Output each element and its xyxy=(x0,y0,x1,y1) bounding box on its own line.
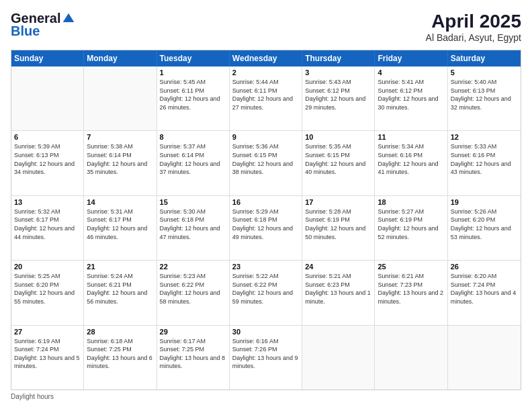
calendar-day-5: 5Sunrise: 5:40 AMSunset: 6:13 PMDaylight… xyxy=(448,66,521,130)
calendar-week-5: 27Sunrise: 6:19 AMSunset: 7:24 PMDayligh… xyxy=(11,325,521,390)
day-number: 26 xyxy=(451,263,518,271)
calendar-header-friday: Friday xyxy=(375,50,447,66)
cell-info: Sunrise: 5:35 AMSunset: 6:15 PMDaylight:… xyxy=(305,142,371,176)
title-block: April 2025 Al Badari, Asyut, Egypt xyxy=(426,11,521,43)
cell-info: Sunrise: 6:20 AMSunset: 7:24 PMDaylight:… xyxy=(451,272,518,306)
day-number: 24 xyxy=(305,263,371,271)
calendar-day-empty xyxy=(375,326,447,390)
day-number: 8 xyxy=(160,133,226,141)
cell-info: Sunrise: 5:43 AMSunset: 6:12 PMDaylight:… xyxy=(305,78,371,111)
calendar-day-13: 13Sunrise: 5:32 AMSunset: 6:17 PMDayligh… xyxy=(11,196,84,260)
day-number: 5 xyxy=(451,68,518,77)
calendar-day-27: 27Sunrise: 6:19 AMSunset: 7:24 PMDayligh… xyxy=(11,326,84,390)
calendar-week-3: 13Sunrise: 5:32 AMSunset: 6:17 PMDayligh… xyxy=(11,195,521,260)
calendar-day-empty xyxy=(11,66,84,130)
cell-info: Sunrise: 5:26 AMSunset: 6:20 PMDaylight:… xyxy=(451,208,518,241)
cell-info: Sunrise: 5:29 AMSunset: 6:18 PMDaylight:… xyxy=(232,208,299,241)
calendar-day-15: 15Sunrise: 5:30 AMSunset: 6:18 PMDayligh… xyxy=(157,196,230,260)
day-number: 22 xyxy=(160,263,226,271)
logo-icon xyxy=(62,12,75,26)
footer-note: Daylight hours xyxy=(11,393,521,400)
day-number: 21 xyxy=(87,263,153,271)
calendar-day-18: 18Sunrise: 5:27 AMSunset: 6:19 PMDayligh… xyxy=(375,196,447,260)
day-number: 10 xyxy=(305,133,371,141)
cell-info: Sunrise: 5:31 AMSunset: 6:17 PMDaylight:… xyxy=(87,208,153,241)
calendar-day-25: 25Sunrise: 6:21 AMSunset: 7:23 PMDayligh… xyxy=(375,261,447,324)
day-number: 2 xyxy=(232,68,299,77)
calendar-day-2: 2Sunrise: 5:44 AMSunset: 6:11 PMDaylight… xyxy=(230,66,302,130)
calendar-day-21: 21Sunrise: 5:24 AMSunset: 6:21 PMDayligh… xyxy=(84,261,157,324)
calendar-header-monday: Monday xyxy=(84,50,157,66)
cell-info: Sunrise: 6:19 AMSunset: 7:24 PMDaylight:… xyxy=(14,337,81,371)
day-number: 12 xyxy=(451,133,518,141)
calendar-header-thursday: Thursday xyxy=(302,50,375,66)
day-number: 3 xyxy=(305,68,371,77)
calendar-header-wednesday: Wednesday xyxy=(230,50,302,66)
day-number: 14 xyxy=(87,198,153,206)
calendar-week-2: 6Sunrise: 5:39 AMSunset: 6:13 PMDaylight… xyxy=(11,130,521,195)
calendar-day-19: 19Sunrise: 5:26 AMSunset: 6:20 PMDayligh… xyxy=(448,196,521,260)
day-number: 19 xyxy=(451,198,518,206)
cell-info: Sunrise: 6:21 AMSunset: 7:23 PMDaylight:… xyxy=(378,272,444,306)
cell-info: Sunrise: 6:16 AMSunset: 7:26 PMDaylight:… xyxy=(232,337,299,371)
calendar-day-4: 4Sunrise: 5:41 AMSunset: 6:12 PMDaylight… xyxy=(375,66,447,130)
cell-info: Sunrise: 5:21 AMSunset: 6:23 PMDaylight:… xyxy=(305,272,371,306)
day-number: 18 xyxy=(378,198,444,206)
cell-info: Sunrise: 5:23 AMSunset: 6:22 PMDaylight:… xyxy=(160,272,226,306)
calendar-day-12: 12Sunrise: 5:33 AMSunset: 6:16 PMDayligh… xyxy=(448,131,521,195)
day-number: 29 xyxy=(160,328,226,336)
day-number: 20 xyxy=(14,263,81,271)
calendar-header-sunday: Sunday xyxy=(11,50,84,66)
cell-info: Sunrise: 5:34 AMSunset: 6:16 PMDaylight:… xyxy=(378,142,444,176)
day-number: 6 xyxy=(14,133,81,141)
day-number: 11 xyxy=(378,133,444,141)
cell-info: Sunrise: 5:45 AMSunset: 6:11 PMDaylight:… xyxy=(160,78,226,111)
calendar-day-empty xyxy=(84,66,157,130)
calendar-week-4: 20Sunrise: 5:25 AMSunset: 6:20 PMDayligh… xyxy=(11,260,521,324)
cell-info: Sunrise: 6:17 AMSunset: 7:25 PMDaylight:… xyxy=(160,337,226,371)
calendar-day-11: 11Sunrise: 5:34 AMSunset: 6:16 PMDayligh… xyxy=(375,131,447,195)
calendar-body: 1Sunrise: 5:45 AMSunset: 6:11 PMDaylight… xyxy=(11,66,521,390)
calendar-day-20: 20Sunrise: 5:25 AMSunset: 6:20 PMDayligh… xyxy=(11,261,84,324)
calendar-day-9: 9Sunrise: 5:36 AMSunset: 6:15 PMDaylight… xyxy=(230,131,302,195)
day-number: 17 xyxy=(305,198,371,206)
cell-info: Sunrise: 5:33 AMSunset: 6:16 PMDaylight:… xyxy=(451,142,518,176)
calendar-week-1: 1Sunrise: 5:45 AMSunset: 6:11 PMDaylight… xyxy=(11,66,521,130)
calendar-day-7: 7Sunrise: 5:38 AMSunset: 6:14 PMDaylight… xyxy=(84,131,157,195)
day-number: 16 xyxy=(232,198,299,206)
cell-info: Sunrise: 5:41 AMSunset: 6:12 PMDaylight:… xyxy=(378,78,444,111)
calendar-day-10: 10Sunrise: 5:35 AMSunset: 6:15 PMDayligh… xyxy=(302,131,375,195)
cell-info: Sunrise: 5:28 AMSunset: 6:19 PMDaylight:… xyxy=(305,208,371,241)
calendar-day-3: 3Sunrise: 5:43 AMSunset: 6:12 PMDaylight… xyxy=(302,66,375,130)
cell-info: Sunrise: 5:44 AMSunset: 6:11 PMDaylight:… xyxy=(232,78,299,111)
calendar-day-6: 6Sunrise: 5:39 AMSunset: 6:13 PMDaylight… xyxy=(11,131,84,195)
cell-info: Sunrise: 5:32 AMSunset: 6:17 PMDaylight:… xyxy=(14,208,81,241)
logo-blue-text: Blue xyxy=(11,24,40,39)
day-number: 30 xyxy=(232,328,299,336)
calendar-day-empty xyxy=(302,326,375,390)
calendar-day-17: 17Sunrise: 5:28 AMSunset: 6:19 PMDayligh… xyxy=(302,196,375,260)
cell-info: Sunrise: 5:39 AMSunset: 6:13 PMDaylight:… xyxy=(14,142,81,176)
day-number: 28 xyxy=(87,328,153,336)
calendar-header: SundayMondayTuesdayWednesdayThursdayFrid… xyxy=(11,50,521,66)
day-number: 25 xyxy=(378,263,444,271)
daylight-hours-label: Daylight hours xyxy=(11,393,54,400)
cell-info: Sunrise: 5:22 AMSunset: 6:22 PMDaylight:… xyxy=(232,272,299,306)
cell-info: Sunrise: 5:24 AMSunset: 6:21 PMDaylight:… xyxy=(87,272,153,306)
month-title: April 2025 xyxy=(426,11,521,32)
calendar-day-empty xyxy=(448,326,521,390)
day-number: 1 xyxy=(160,68,226,77)
day-number: 7 xyxy=(87,133,153,141)
location: Al Badari, Asyut, Egypt xyxy=(426,32,521,43)
cell-info: Sunrise: 5:38 AMSunset: 6:14 PMDaylight:… xyxy=(87,142,153,176)
calendar-day-14: 14Sunrise: 5:31 AMSunset: 6:17 PMDayligh… xyxy=(84,196,157,260)
calendar-day-24: 24Sunrise: 5:21 AMSunset: 6:23 PMDayligh… xyxy=(302,261,375,324)
header: General Blue April 2025 Al Badari, Asyut… xyxy=(11,11,521,43)
day-number: 15 xyxy=(160,198,226,206)
cell-info: Sunrise: 5:27 AMSunset: 6:19 PMDaylight:… xyxy=(378,208,444,241)
calendar-day-23: 23Sunrise: 5:22 AMSunset: 6:22 PMDayligh… xyxy=(230,261,302,324)
calendar-day-1: 1Sunrise: 5:45 AMSunset: 6:11 PMDaylight… xyxy=(157,66,230,130)
cell-info: Sunrise: 5:36 AMSunset: 6:15 PMDaylight:… xyxy=(232,142,299,176)
day-number: 9 xyxy=(232,133,299,141)
calendar-header-tuesday: Tuesday xyxy=(157,50,230,66)
